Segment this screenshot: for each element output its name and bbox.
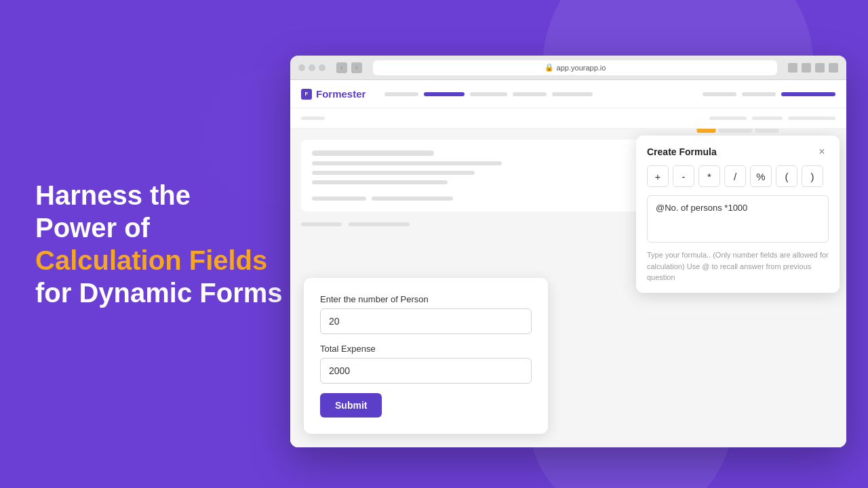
header-nav: [384, 92, 694, 96]
app-name: Formester: [316, 88, 366, 100]
submit-button[interactable]: Submit: [320, 393, 382, 418]
browser-chrome: ‹ › 🔒 app.yourapp.io: [290, 56, 846, 80]
formula-value: @No. of persons *1000: [656, 203, 747, 213]
app-logo: F Formester: [301, 88, 366, 100]
formula-input-area[interactable]: @No. of persons *1000: [647, 195, 829, 243]
op-multiply[interactable]: *: [698, 165, 720, 187]
share-icon[interactable]: [802, 63, 811, 73]
right-pill-active: [781, 92, 835, 96]
indicator-gray-1: [719, 129, 753, 133]
indicator-gray-2: [755, 129, 779, 133]
dot-yellow: [309, 64, 315, 71]
nav-pill-3: [470, 92, 507, 96]
skeleton-4: [312, 180, 448, 184]
formula-panel-header: Create Formula ×: [636, 136, 840, 165]
browser-actions-right: [788, 63, 838, 73]
right-pill-2: [742, 92, 776, 96]
op-close-paren[interactable]: ): [802, 165, 823, 187]
address-bar[interactable]: 🔒 app.yourapp.io: [373, 60, 777, 75]
browser-content: F Formester: [290, 80, 846, 447]
lock-icon: 🔒: [545, 63, 554, 72]
skeleton-2: [312, 161, 502, 165]
sub-pill-2: [709, 117, 747, 120]
dot-red: [298, 64, 305, 71]
op-minus[interactable]: -: [673, 165, 694, 187]
skeleton-8: [349, 222, 410, 226]
refresh-icon[interactable]: [788, 63, 797, 73]
skeleton-1: [312, 150, 434, 156]
op-divide[interactable]: /: [724, 165, 746, 187]
sub-pill-3: [752, 117, 783, 120]
browser-window: ‹ › 🔒 app.yourapp.io F Formester: [290, 56, 846, 447]
menu-icon[interactable]: [829, 63, 838, 73]
form-area: Enter the number of Person Total Expense…: [290, 129, 846, 447]
indicator-orange: [697, 129, 716, 133]
formula-title: Create Formula: [647, 146, 717, 157]
top-indicator: [697, 129, 779, 133]
browser-nav: ‹ ›: [336, 62, 362, 73]
field2-input[interactable]: [320, 358, 532, 384]
skeleton-5: [312, 197, 366, 201]
sub-pill-1: [301, 117, 325, 120]
skeleton-3: [312, 171, 475, 175]
hero-text: Harness the Power of Calculation Fields …: [35, 179, 293, 309]
browser-dots: [298, 64, 326, 71]
header-right: [703, 92, 835, 96]
nav-forward[interactable]: ›: [351, 62, 362, 73]
op-plus[interactable]: +: [647, 165, 669, 187]
form-card: Enter the number of Person Total Expense…: [304, 278, 548, 434]
hero-section: Harness the Power of Calculation Fields …: [35, 179, 293, 309]
operator-row: + - * / % ( ): [636, 165, 840, 195]
app-header: F Formester: [290, 80, 846, 108]
field1-input[interactable]: [320, 308, 532, 334]
app-subheader: [290, 108, 846, 129]
dot-green: [319, 64, 326, 71]
right-pill-1: [703, 92, 736, 96]
logo-icon: F: [301, 89, 312, 100]
nav-pill-5: [552, 92, 593, 96]
formula-panel: Create Formula × + - * / % ( ) @No. of p…: [636, 136, 840, 293]
op-open-paren[interactable]: (: [776, 165, 797, 187]
close-button[interactable]: ×: [815, 145, 829, 159]
nav-pill-4: [513, 92, 547, 96]
hero-line2: Power of: [35, 213, 150, 243]
hero-line3: for Dynamic Forms: [35, 278, 283, 308]
formula-hint: Type your formula.. (Only number fields …: [636, 243, 840, 293]
skeleton-7: [301, 222, 342, 226]
url-text: app.yourapp.io: [557, 64, 606, 72]
main-content: Enter the number of Person Total Expense…: [290, 129, 846, 447]
nav-pill-1: [384, 92, 418, 96]
sub-pill-4: [788, 117, 835, 120]
skeleton-6: [372, 197, 453, 201]
op-percent[interactable]: %: [750, 165, 772, 187]
field1-label: Enter the number of Person: [320, 294, 532, 304]
new-tab-icon[interactable]: [815, 63, 825, 73]
nav-back[interactable]: ‹: [336, 62, 347, 73]
hero-highlight: Calculation Fields: [35, 245, 267, 275]
nav-pill-active: [424, 92, 465, 96]
field2-label: Total Expense: [320, 344, 532, 354]
hero-line1: Harness the: [35, 180, 191, 210]
